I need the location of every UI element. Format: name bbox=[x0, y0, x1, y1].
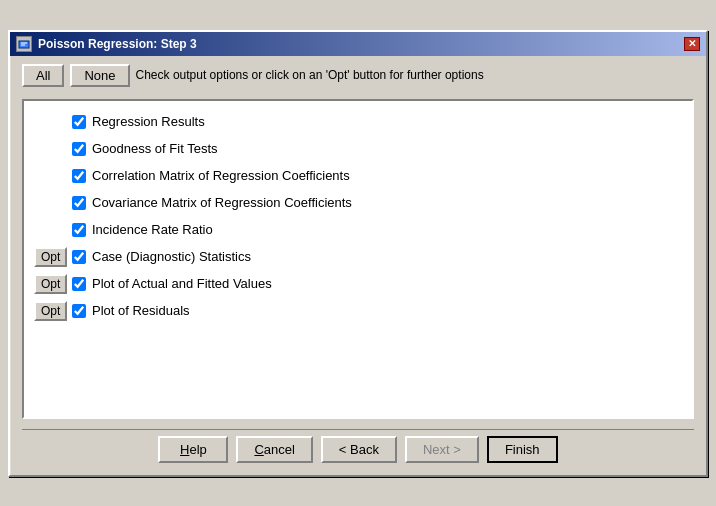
opt-button-case-diagnostic[interactable]: Opt bbox=[34, 247, 67, 267]
title-bar-left: Poisson Regression: Step 3 bbox=[16, 36, 197, 52]
next-button[interactable]: Next > bbox=[405, 436, 479, 463]
checkbox-regression-results[interactable] bbox=[72, 115, 86, 129]
content-area: All None Check output options or click o… bbox=[10, 56, 706, 475]
label-correlation: Correlation Matrix of Regression Coeffic… bbox=[92, 168, 350, 183]
title-bar: Poisson Regression: Step 3 ✕ bbox=[10, 32, 706, 56]
window-title: Poisson Regression: Step 3 bbox=[38, 37, 197, 51]
option-row-regression-results: Regression Results bbox=[34, 111, 682, 133]
back-label: < Back bbox=[339, 442, 379, 457]
next-label: Next > bbox=[423, 442, 461, 457]
label-plot-actual: Plot of Actual and Fitted Values bbox=[92, 276, 272, 291]
label-goodness-fit: Goodness of Fit Tests bbox=[92, 141, 218, 156]
all-button[interactable]: All bbox=[22, 64, 64, 87]
opt-col-8: Opt bbox=[34, 301, 72, 321]
checkbox-correlation[interactable] bbox=[72, 169, 86, 183]
label-regression-results: Regression Results bbox=[92, 114, 205, 129]
checkbox-plot-actual[interactable] bbox=[72, 277, 86, 291]
checkbox-col-4 bbox=[72, 196, 86, 210]
label-plot-residuals: Plot of Residuals bbox=[92, 303, 190, 318]
label-incidence: Incidence Rate Ratio bbox=[92, 222, 213, 237]
opt-button-plot-actual[interactable]: Opt bbox=[34, 274, 67, 294]
checkbox-incidence[interactable] bbox=[72, 223, 86, 237]
spacer bbox=[34, 327, 682, 407]
opt-col-7: Opt bbox=[34, 274, 72, 294]
checkbox-col-2 bbox=[72, 142, 86, 156]
option-row-goodness-fit: Goodness of Fit Tests bbox=[34, 138, 682, 160]
help-underline: H bbox=[180, 442, 189, 457]
instruction-text: Check output options or click on an 'Opt… bbox=[136, 68, 484, 82]
option-row-plot-actual: Opt Plot of Actual and Fitted Values bbox=[34, 273, 682, 295]
top-bar: All None Check output options or click o… bbox=[22, 64, 694, 87]
label-covariance: Covariance Matrix of Regression Coeffici… bbox=[92, 195, 352, 210]
checkbox-col-1 bbox=[72, 115, 86, 129]
label-case-diagnostic: Case (Diagnostic) Statistics bbox=[92, 249, 251, 264]
main-window: Poisson Regression: Step 3 ✕ All None Ch… bbox=[8, 30, 708, 477]
checkbox-covariance[interactable] bbox=[72, 196, 86, 210]
window-icon bbox=[16, 36, 32, 52]
option-row-covariance: Covariance Matrix of Regression Coeffici… bbox=[34, 192, 682, 214]
option-row-case-diagnostic: Opt Case (Diagnostic) Statistics bbox=[34, 246, 682, 268]
option-row-correlation: Correlation Matrix of Regression Coeffic… bbox=[34, 165, 682, 187]
cancel-underline: C bbox=[254, 442, 263, 457]
help-button[interactable]: Help bbox=[158, 436, 228, 463]
cancel-button[interactable]: Cancel bbox=[236, 436, 312, 463]
option-row-incidence: Incidence Rate Ratio bbox=[34, 219, 682, 241]
none-button[interactable]: None bbox=[70, 64, 129, 87]
option-row-plot-residuals: Opt Plot of Residuals bbox=[34, 300, 682, 322]
checkbox-case-diagnostic[interactable] bbox=[72, 250, 86, 264]
opt-button-plot-residuals[interactable]: Opt bbox=[34, 301, 67, 321]
close-button[interactable]: ✕ bbox=[684, 37, 700, 51]
options-panel: Regression Results Goodness of Fit Tests… bbox=[22, 99, 694, 419]
checkbox-col-3 bbox=[72, 169, 86, 183]
back-button[interactable]: < Back bbox=[321, 436, 397, 463]
checkbox-col-8 bbox=[72, 304, 86, 318]
checkbox-col-5 bbox=[72, 223, 86, 237]
opt-col-6: Opt bbox=[34, 247, 72, 267]
finish-button[interactable]: Finish bbox=[487, 436, 558, 463]
checkbox-plot-residuals[interactable] bbox=[72, 304, 86, 318]
checkbox-col-6 bbox=[72, 250, 86, 264]
button-bar: Help Cancel < Back Next > Finish bbox=[22, 429, 694, 465]
checkbox-goodness-fit[interactable] bbox=[72, 142, 86, 156]
checkbox-col-7 bbox=[72, 277, 86, 291]
